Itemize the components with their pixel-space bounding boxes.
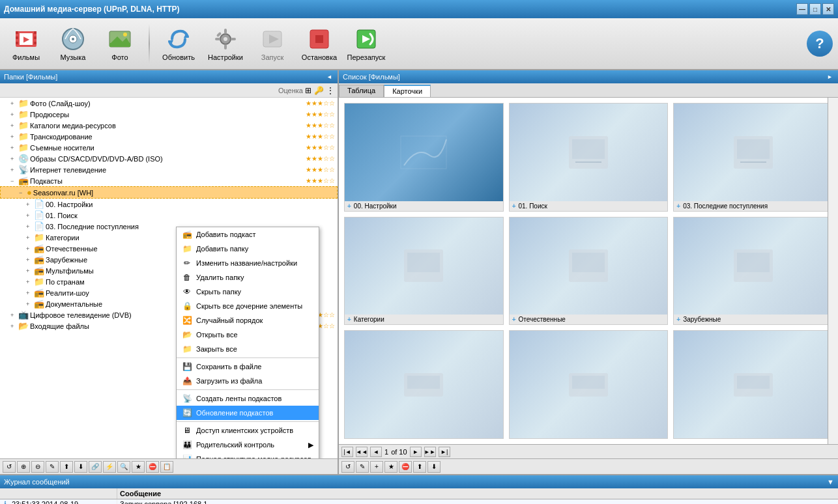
ctx-load-file[interactable]: 📤 Загрузить из файла — [177, 374, 319, 388]
tree-item-node-search[interactable]: + 📄 01. Поиск — [0, 210, 338, 221]
ctx-collapse-all[interactable]: 📁 Закрыть все — [177, 342, 319, 356]
help-button[interactable]: ? — [807, 31, 833, 57]
right-action-7[interactable]: ⬇ — [427, 461, 441, 473]
left-action-btn-9[interactable]: 🔍 — [117, 461, 130, 473]
left-action-btn-7[interactable]: 🔗 — [89, 461, 102, 473]
app-title: Домашний медиа-сервер (UPnP, DLNA, HTTP) — [4, 5, 180, 14]
card-search[interactable]: + 01. Поиск — [509, 103, 669, 212]
ctx-load-icon: 📤 — [182, 376, 192, 386]
card-foreign[interactable]: + Зарубежные — [673, 217, 833, 326]
ctx-delete[interactable]: 🗑 Удалить папку — [177, 270, 319, 285]
tree-item-internet-tv[interactable]: + 📡 Интернет телевидение ★★★☆☆ — [0, 164, 338, 175]
ctx-random[interactable]: 🔀 Случайный порядок — [177, 313, 319, 328]
toolbar-stop[interactable]: Остановка — [298, 23, 340, 64]
right-scrollbar[interactable] — [828, 98, 838, 444]
ctx-save-file[interactable]: 💾 Сохранить в файле — [177, 359, 319, 374]
tree-item-removable[interactable]: + 📁 Съемные носители ★★★☆☆ — [0, 142, 338, 153]
right-action-3[interactable]: + — [370, 461, 383, 473]
page-last[interactable]: ►| — [439, 447, 450, 457]
left-action-btn-8[interactable]: ⚡ — [103, 461, 116, 473]
right-action-2[interactable]: ✎ — [356, 461, 369, 473]
ctx-parental[interactable]: 👪 Родительский контроль ▶ — [177, 438, 319, 452]
tree-item-photo-slideshow[interactable]: + 📁 Фото (Слайд-шоу) ★★★☆☆ — [0, 98, 338, 109]
right-action-4[interactable]: ★ — [384, 461, 397, 473]
svg-rect-1 — [16, 31, 18, 34]
left-action-btn-4[interactable]: ✎ — [46, 461, 59, 473]
right-action-1[interactable]: ↺ — [341, 461, 354, 473]
ctx-expand-all[interactable]: 📂 Открыть все — [177, 328, 319, 342]
ctx-client-access[interactable]: 🖥 Доступ клиентских устройств — [177, 423, 319, 438]
toolbar-restart[interactable]: Перезапуск — [345, 23, 387, 64]
tree-item-images[interactable]: + 💿 Образы CD/SACD/DVD/DVD-A/BD (ISO) ★★… — [0, 153, 338, 164]
tree-item-media-catalogs[interactable]: + 📁 Каталоги медиа-ресурсов ★★★☆☆ — [0, 120, 338, 131]
toolbar-icon-1[interactable]: ⊞ — [304, 85, 312, 96]
minimize-button[interactable]: — — [796, 3, 808, 15]
ctx-full-structure[interactable]: 📊 Полная структура медиа-ресурсов — [177, 452, 319, 458]
ctx-expand-icon: 📂 — [182, 329, 192, 340]
log-collapse[interactable]: ▼ — [827, 478, 834, 486]
tree-item-seasonvar[interactable]: − ● Seasonvar.ru [WH] — [0, 186, 338, 199]
log-row-1: ℹ 23:51:33 2014-08-19 Запуск сервера [19… — [0, 499, 838, 504]
ctx-add-podcast[interactable]: 📻 Добавить подкаст — [177, 227, 319, 242]
toolbar-settings[interactable]: Настройки — [205, 23, 246, 64]
card-domestic[interactable]: + Отечественные — [509, 217, 669, 326]
toolbar-photo[interactable]: Фото — [99, 23, 141, 64]
card-categories-label: + Категории — [345, 315, 503, 324]
card-settings[interactable]: + 00. Настройки — [344, 103, 504, 212]
right-action-6[interactable]: ⬆ — [413, 461, 426, 473]
page-next[interactable]: ► — [410, 447, 422, 457]
ctx-update-podcasts[interactable]: 🔄 Обновление подкастов — [177, 406, 319, 420]
tab-cards[interactable]: Карточки — [384, 85, 431, 97]
left-action-btn-6[interactable]: ⬇ — [74, 461, 87, 473]
svg-rect-23 — [231, 38, 236, 40]
left-action-btn-2[interactable]: ⊕ — [17, 461, 30, 473]
toolbar-icon-3[interactable]: ⋮ — [326, 85, 335, 96]
tree-item-producers[interactable]: + 📁 Продюсеры ★★★☆☆ — [0, 109, 338, 120]
left-action-btn-12[interactable]: 📋 — [160, 461, 173, 473]
tree-item-node-settings[interactable]: + 📄 00. Настройки — [0, 199, 338, 210]
card-latest[interactable]: + 03. Последние поступления — [673, 103, 833, 212]
left-action-btn-5[interactable]: ⬆ — [60, 461, 73, 473]
right-action-5[interactable]: ⛔ — [399, 461, 412, 473]
tree-item-podcasts[interactable]: − 📻 Подкасты ★★★☆☆ — [0, 175, 338, 186]
page-first[interactable]: |◄ — [341, 447, 353, 457]
svg-rect-2 — [16, 36, 18, 39]
page-prev-big[interactable]: ◄◄ — [356, 447, 368, 457]
toolbar-music[interactable]: Музыка — [52, 23, 94, 64]
card-search-label: + 01. Поиск — [510, 201, 668, 211]
main-area: Папки [Фильмы] ◄ Оценка ⊞ 🔑 ⋮ + 📁 Фото (… — [0, 70, 838, 474]
ctx-rename[interactable]: ✏ Изменить название/настройки — [177, 256, 319, 270]
card-partial1-thumb — [345, 331, 503, 438]
separator1 — [149, 24, 150, 63]
ctx-parental-icon: 👪 — [182, 440, 192, 450]
tree-item-transcoding[interactable]: + 📁 Транскодирование ★★★☆☆ — [0, 131, 338, 142]
close-button[interactable]: ✕ — [822, 3, 834, 15]
ctx-feeds-icon: 📡 — [182, 393, 192, 404]
left-action-btn-10[interactable]: ★ — [132, 461, 145, 473]
toolbar-films[interactable]: ▶ Фильмы — [5, 23, 47, 64]
page-prev[interactable]: ◄ — [370, 447, 382, 457]
right-panel-collapse[interactable]: ► — [826, 74, 834, 80]
left-action-btn-1[interactable]: ↺ — [3, 461, 16, 473]
ctx-hide-children[interactable]: 🔒 Скрыть все дочерние элементы — [177, 299, 319, 313]
films-icon: ▶ — [13, 26, 39, 52]
left-panel-expand[interactable]: ◄ — [325, 74, 334, 80]
ctx-create-feeds[interactable]: 📡 Создать ленты подкастов — [177, 391, 319, 406]
page-next-big[interactable]: ►► — [424, 447, 436, 457]
ctx-hide-folder[interactable]: 👁 Скрыть папку — [177, 285, 319, 299]
svg-rect-22 — [215, 38, 220, 40]
maximize-button[interactable]: □ — [809, 3, 821, 15]
toolbar-refresh[interactable]: Обновить — [158, 23, 199, 64]
toolbar-icon-2[interactable]: 🔑 — [313, 85, 325, 96]
ctx-add-folder[interactable]: 📁 Добавить папку — [177, 242, 319, 256]
left-action-btn-3[interactable]: ⊖ — [31, 461, 44, 473]
toolbar-start[interactable]: Запуск — [252, 23, 293, 64]
card-partial2-thumb — [510, 331, 668, 438]
left-action-btn-11[interactable]: ⛔ — [146, 461, 159, 473]
card-partial3[interactable] — [673, 330, 833, 439]
tab-table[interactable]: Таблица — [339, 85, 384, 97]
music-icon — [60, 26, 86, 52]
card-partial2[interactable] — [509, 330, 669, 439]
card-partial1[interactable] — [344, 330, 504, 439]
card-categories[interactable]: + Категории — [344, 217, 504, 326]
